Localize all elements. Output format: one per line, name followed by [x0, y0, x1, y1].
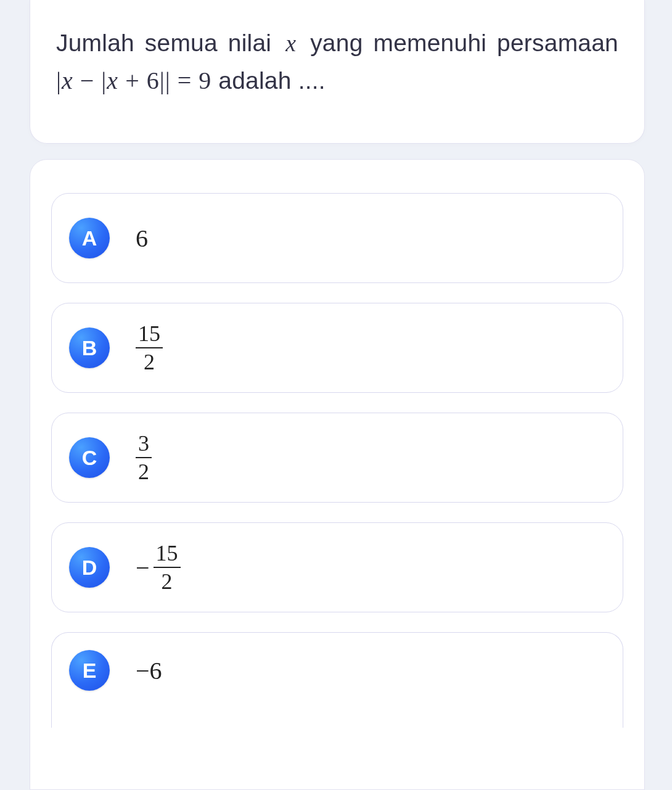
- fraction-numerator: 3: [136, 432, 152, 458]
- option-a[interactable]: A 6: [51, 193, 623, 283]
- option-letter: C: [69, 437, 110, 478]
- option-letter: D: [69, 547, 110, 588]
- option-value: − 15 2: [136, 542, 181, 593]
- question-variable: x: [282, 30, 300, 56]
- question-suffix: adalah ....: [218, 67, 326, 94]
- question-card: Jumlah semua nilai x yang memenuhi persa…: [30, 0, 645, 144]
- option-d[interactable]: D − 15 2: [51, 522, 623, 612]
- option-e[interactable]: E −6: [51, 632, 623, 728]
- fraction: 15 2: [154, 542, 181, 593]
- fraction: 3 2: [136, 432, 152, 483]
- option-value: 6: [136, 224, 148, 253]
- fraction-numerator: 15: [154, 542, 181, 568]
- fraction-denominator: 2: [159, 568, 175, 593]
- option-value: −6: [136, 656, 162, 685]
- fraction-denominator: 2: [136, 458, 152, 483]
- fraction-denominator: 2: [141, 348, 157, 373]
- fraction: 15 2: [136, 323, 163, 373]
- negative-sign: −: [136, 553, 154, 582]
- option-letter: B: [69, 327, 110, 368]
- question-text: Jumlah semua nilai x yang memenuhi persa…: [56, 25, 618, 100]
- option-value: 15 2: [136, 323, 163, 373]
- option-letter: E: [69, 650, 110, 691]
- question-mid: yang memenuhi persamaan: [310, 30, 618, 56]
- option-letter: A: [69, 218, 110, 258]
- question-prefix: Jumlah semua nilai: [56, 30, 271, 56]
- answers-card: A 6 B 15 2 C 3 2 D −: [30, 159, 645, 790]
- question-equation: |x − |x + 6|| = 9: [56, 67, 211, 94]
- option-b[interactable]: B 15 2: [51, 303, 623, 393]
- fraction-numerator: 15: [136, 323, 163, 348]
- option-value: 3 2: [136, 432, 152, 483]
- option-c[interactable]: C 3 2: [51, 413, 623, 503]
